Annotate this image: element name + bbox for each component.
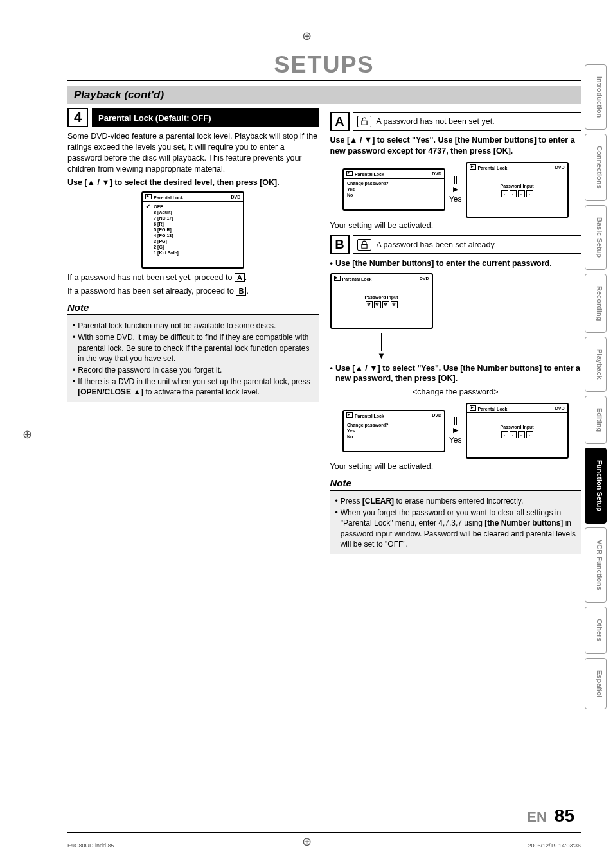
tab-editing[interactable]: Editing [585, 396, 607, 444]
note2-item: Press [CLEAR] to erase numbers entered i… [341, 496, 524, 506]
side-tabs: Introduction Connections Basic Setup Rec… [585, 64, 607, 709]
ref-b: B [236, 287, 246, 296]
osd-item: 6 [R] [146, 221, 240, 227]
osd-item: 4 [PG 13] [146, 233, 240, 238]
note-header: Note [67, 302, 319, 315]
step-number: 4 [67, 108, 88, 127]
osd-change-password-b: Parental LockDVD Change password? Yes No [342, 410, 445, 452]
footer-rule [67, 832, 581, 833]
note2-header: Note [330, 477, 582, 491]
arrow-down-icon [330, 333, 433, 360]
note-item: If there is a DVD in the unit when you s… [78, 376, 313, 397]
step-header: Parental Lock (Default: OFF) [92, 108, 319, 127]
osd-password-entered: Parental LockDVD Password Input ✽ ✽ ✽ ✽ [330, 273, 433, 329]
ref-a: A [235, 273, 245, 282]
tab-espanol[interactable]: Español [585, 658, 607, 710]
osd-item: 3 [PG] [146, 238, 240, 244]
osd-item: 5 [PG R] [146, 227, 240, 233]
osd-item: 2 [G] [146, 244, 240, 250]
footer-lang: EN [527, 809, 547, 826]
arrow-label: Yes [449, 195, 462, 204]
crop-mark-bottom: ⊕ [302, 835, 312, 849]
unlocked-icon [357, 116, 371, 127]
tab-vcr-functions[interactable]: VCR Functions [585, 527, 607, 603]
print-timestamp: 2006/12/19 14:03:36 [528, 842, 581, 849]
intro-paragraph: Some DVD-video feature a parental lock l… [67, 131, 319, 175]
osd-item: 7 [NC 17] [146, 215, 240, 221]
print-file: E9C80UD.indd 85 [67, 842, 114, 849]
osd-password-input-b: Parental LockDVD Password Input - - - - [466, 403, 569, 459]
osd-level-list: Parental Lock DVD OFF 8 [Adult] 7 [NC 17… [141, 191, 244, 269]
box-a-letter: A [330, 112, 350, 131]
box-a-instruction: Use [▲ / ▼] to select "Yes". Use [the Nu… [330, 135, 582, 157]
osd-password-input: Parental LockDVD Password Input - - - - [466, 162, 569, 218]
right-column: A A password has not been set yet. Use [… [330, 108, 582, 554]
arrow-label: Yes [449, 436, 462, 445]
box-b-bullet1: •Use [the Number buttons] to enter the c… [330, 258, 582, 269]
box-b-after: Your setting will be activated. [330, 461, 582, 472]
box-b-letter: B [330, 235, 350, 254]
footer-page: 85 [555, 806, 574, 826]
left-column: 4 Parental Lock (Default: OFF) Some DVD-… [67, 108, 319, 554]
tab-others[interactable]: Others [585, 607, 607, 653]
osd-item: 1 [Kid Safe] [146, 250, 240, 256]
instruction-select-level: Use [▲ / ▼] to select the desired level,… [67, 177, 319, 188]
note2-body: •Press [CLEAR] to erase numbers entered … [330, 491, 582, 554]
tab-basic-setup[interactable]: Basic Setup [585, 205, 607, 270]
note-item: Record the password in case you forget i… [78, 365, 222, 375]
tab-function-setup[interactable]: Function Setup [585, 448, 607, 524]
box-a-text: A password has not been set yet. [377, 117, 495, 126]
osd-title-text: Parental Lock [154, 195, 183, 200]
page-title: SETUPS [67, 51, 581, 81]
tab-connections[interactable]: Connections [585, 134, 607, 201]
osd-item: OFF [146, 204, 240, 209]
proceed-b-text: If a password has been set already, proc… [67, 286, 319, 297]
note-body: •Parental lock function may not be avail… [67, 315, 319, 402]
box-a-after: Your setting will be activated. [330, 220, 582, 231]
box-b-bullet2: •Use [▲ / ▼] to select "Yes". Use [the N… [330, 363, 582, 385]
box-b-text: A password has been set already. [377, 240, 497, 249]
arrow-right-icon: Yes [449, 417, 462, 445]
change-password-caption: <change the password> [330, 387, 582, 398]
osd-change-password: Parental LockDVD Change password? Yes No [342, 168, 445, 211]
tab-introduction[interactable]: Introduction [585, 64, 607, 130]
arrow-right-icon: Yes [449, 176, 462, 204]
note2-item: When you forget the password or you want… [341, 508, 576, 549]
note-item: With some DVD, it may be difficult to fi… [78, 332, 313, 364]
proceed-a-text: If a password has not been set yet, proc… [67, 272, 319, 283]
osd-badge: DVD [231, 195, 240, 199]
osd-item: 8 [Adult] [146, 209, 240, 215]
section-header: Playback (cont'd) [67, 86, 581, 104]
note-item: Parental lock function may not be availa… [78, 321, 276, 331]
tab-playback[interactable]: Playback [585, 337, 607, 392]
locked-icon [357, 239, 371, 251]
tab-recording[interactable]: Recording [585, 274, 607, 333]
